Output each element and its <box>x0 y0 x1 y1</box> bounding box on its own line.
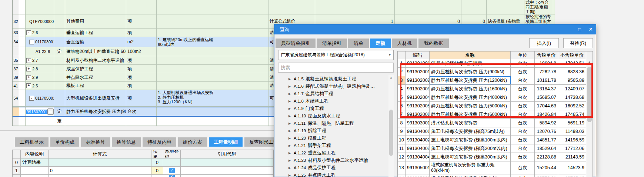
tree-scrollbar-thumb[interactable] <box>389 110 393 156</box>
tree-item[interactable]: ▶ A.1.23 材料及小型构件二次水平运输 <box>278 157 388 164</box>
flag-cell[interactable]: ✓ <box>163 167 181 174</box>
dialog-tab[interactable]: 人材机 <box>392 39 417 48</box>
tax-price-header[interactable]: 含税单价 <box>535 51 558 59</box>
dialog-title-bar[interactable]: 查询 <box>274 24 596 34</box>
ref-cell[interactable] <box>181 167 274 174</box>
code-cell[interactable]: +2.7 <box>26 56 54 64</box>
ref-cell[interactable] <box>181 158 274 166</box>
code-edit-cell[interactable]: 991302001… <box>26 107 54 116</box>
name-header[interactable]: 名称 <box>430 51 511 59</box>
quota-library-dropdown[interactable]: 广东省房屋建筑与装饰工程综合定额(2018)▼ <box>278 50 394 60</box>
tab-zujia[interactable]: 组价方案 <box>178 137 207 147</box>
flag-cell[interactable]: ✓ <box>163 175 181 177</box>
maximize-icon[interactable]: □ <box>575 26 584 33</box>
collapse-toggle-icon[interactable]: + <box>26 83 31 88</box>
dialog-tab[interactable]: 我的数据 <box>418 39 449 48</box>
quota-row[interactable]: 12 991304004 施工电梯每次安拆费 (梯高300m以内) 台次 221… <box>398 153 586 161</box>
code-input-selected-text[interactable]: 991302001 <box>26 110 47 114</box>
tree-item[interactable]: ▶ A.1.8 木结构工程 <box>278 97 388 105</box>
tab-danjia[interactable]: 单价构成 <box>50 137 79 147</box>
tree-collapsed-arrow-icon[interactable]: ▶ <box>278 92 294 96</box>
collapse-toggle-icon[interactable]: + <box>26 58 31 63</box>
tree-collapsed-arrow-icon[interactable]: ▶ <box>278 100 294 103</box>
code-cell[interactable]: +2.8 <box>26 65 54 73</box>
code-cell[interactable]: -2.6 <box>26 29 54 37</box>
tree-item[interactable]: ▶ A.1.19 拆除工程 <box>278 127 388 134</box>
collapse-toggle-icon[interactable]: + <box>26 75 31 80</box>
dialog-tab[interactable]: 清单指引 <box>317 39 347 48</box>
code-cell[interactable]: +2.5 <box>26 82 54 90</box>
tree-scrollbar[interactable]: ▲ <box>388 75 394 177</box>
tree-collapsed-arrow-icon[interactable]: ▶ <box>278 151 294 155</box>
code-cell[interactable]: A1-22-6 <box>26 47 54 56</box>
tree-item[interactable]: ▶ A.1.25 井点降水工程 <box>278 171 388 177</box>
dialog-tab[interactable]: 定额 <box>370 39 391 48</box>
calc-cell[interactable] <box>49 175 151 177</box>
tree-item[interactable]: ▶ A.1.20 模板工程 <box>278 134 388 142</box>
quota-row[interactable]: 10 991304002 施工电梯每次安拆费 (梯高100m以内) 台次 148… <box>398 136 586 144</box>
search-input[interactable] <box>278 63 394 73</box>
detail-row-1[interactable]: 1 0 0 ✓ <box>13 167 274 175</box>
quota-row[interactable]: 8 991303001 潜水钻孔机每次安拆费 台次 5894.92 5691.1… <box>398 119 586 127</box>
dialog-tab[interactable]: 典型清单指引 <box>276 39 316 48</box>
tree-item[interactable]: ▶ A.1.21 脚手架工程 <box>278 142 388 149</box>
collapse-toggle-icon[interactable]: - <box>26 30 31 35</box>
code-cell[interactable]: -011705001001 <box>26 90 54 106</box>
collapse-toggle-icon[interactable]: - <box>29 96 34 101</box>
tree-collapsed-arrow-icon[interactable]: ▶ <box>278 114 294 118</box>
flag-cell[interactable] <box>163 158 181 166</box>
tab-gongchengliang-active[interactable]: 工程量明细 <box>209 137 243 147</box>
code-cell[interactable]: -011703001001 <box>26 37 54 47</box>
detail-row-result[interactable]: 0 计算结果 0 <box>13 158 274 167</box>
accumulate-checkbox-checked[interactable]: ✓ <box>169 168 175 173</box>
tree-collapsed-arrow-icon[interactable]: ▶ <box>278 77 294 81</box>
tab-biaozhun[interactable]: 标准换算 <box>81 137 110 147</box>
tree-collapsed-arrow-icon[interactable]: ▶ <box>278 166 294 170</box>
tree-item[interactable]: ▶ A.1.10 屋面及防水工程 <box>278 112 388 120</box>
tree-item[interactable]: ▶ A.1.7 金属结构工程 <box>278 90 388 97</box>
insert-button[interactable]: 插入(I) <box>529 38 559 48</box>
code-cell[interactable] <box>26 117 54 126</box>
calc-cell[interactable] <box>49 158 151 166</box>
code-header[interactable]: 编码 <box>406 51 430 59</box>
tree-collapsed-arrow-icon[interactable]: ▶ <box>278 159 294 162</box>
desc-cell[interactable] <box>21 167 49 174</box>
tree-item[interactable]: ▶ A.1.5 混凝土及钢筋混凝土工程 <box>278 75 388 83</box>
tree-collapsed-arrow-icon[interactable]: ▶ <box>278 85 294 88</box>
tree-item[interactable]: ▶ A.1.24 成品保护工程 <box>278 164 388 171</box>
quota-row[interactable]: 13 991305001 塔式起重机每次安拆费 起重力矩 60(kN·m) 台次… <box>398 161 586 174</box>
tab-huansuan[interactable]: 换算信息 <box>112 137 141 147</box>
notax-price-header[interactable]: 不含税单价 <box>558 51 586 59</box>
code-cell[interactable]: +2.9 <box>26 73 54 81</box>
tree-collapsed-arrow-icon[interactable]: ▶ <box>278 107 294 110</box>
tree-collapsed-arrow-icon[interactable]: ▶ <box>278 122 294 125</box>
collapse-toggle-icon[interactable]: + <box>26 67 31 71</box>
tab-tezheng[interactable]: 特征及内容 <box>143 137 176 147</box>
ref-cell[interactable] <box>181 175 274 177</box>
tree-collapsed-arrow-icon[interactable]: ▶ <box>278 129 294 133</box>
tree-item[interactable]: ▶ A.1.22 垂直运输工程 <box>278 149 388 157</box>
quota-row[interactable]: 14 991305002 塔式起重机每次安拆费 起重力矩 台次 20752.61… <box>398 174 586 177</box>
desc-cell[interactable] <box>21 175 49 177</box>
tree-collapsed-arrow-icon[interactable]: ▶ <box>278 144 294 147</box>
quota-row[interactable]: 11 991304003 施工电梯每次安拆费 (梯高200m以内) 台次 185… <box>398 144 586 153</box>
tree-collapsed-arrow-icon[interactable]: ▶ <box>278 174 294 177</box>
collapse-toggle-icon[interactable]: - <box>29 40 34 44</box>
accumulate-checkbox-checked[interactable]: ✓ <box>169 175 175 177</box>
tab-gongliaoji[interactable]: 工料机显示 <box>15 137 49 147</box>
tree-item[interactable]: ▶ A.1.6 装配式混凝土结构、建筑构件及… <box>278 83 388 90</box>
replace-button[interactable]: 替换(R) <box>563 38 593 48</box>
unit-header[interactable]: 单位 <box>511 51 535 59</box>
lookup-more-button[interactable]: … <box>47 108 54 115</box>
scroll-up-icon[interactable]: ▲ <box>388 75 394 80</box>
quota-row[interactable]: 9 991304001 施工电梯每次安拆费 (梯高75m以内) 台次 12070… <box>398 127 586 136</box>
code-cell[interactable]: QTFY00000002 <box>26 14 54 28</box>
tree-collapsed-arrow-icon[interactable]: ▶ <box>278 137 294 140</box>
calc-cell[interactable]: 0 <box>49 167 151 174</box>
splitter[interactable] <box>0 130 274 132</box>
tree-item[interactable]: ▶ A.1.11 保温、隔热、防腐工程 <box>278 120 388 127</box>
table-row-partial[interactable]: 式中：δ=(合 同工期/定额 工期) <box>13 0 555 14</box>
detail-row-2-partial[interactable]: ✓ <box>13 175 274 177</box>
dialog-tab[interactable]: 清单 <box>348 39 369 48</box>
close-icon[interactable]: ✕ <box>586 26 595 33</box>
